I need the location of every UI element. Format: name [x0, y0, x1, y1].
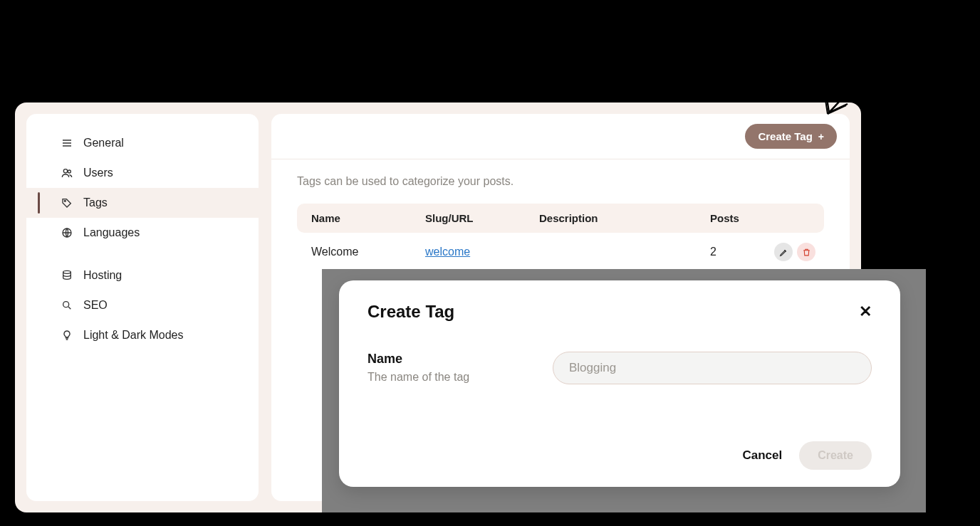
sidebar-item-users[interactable]: Users — [26, 158, 259, 188]
plus-icon: + — [818, 132, 824, 142]
create-tag-button[interactable]: Create Tag + — [745, 124, 837, 149]
tag-table: Name Slug/URL Description Posts Welcome … — [297, 204, 824, 271]
col-name: Name — [311, 212, 425, 224]
close-icon: ✕ — [859, 303, 872, 320]
sidebar-item-label: SEO — [83, 299, 108, 312]
create-tag-label: Create Tag — [758, 130, 812, 142]
col-slug: Slug/URL — [425, 212, 539, 224]
row-actions — [774, 243, 815, 261]
sidebar-item-languages[interactable]: Languages — [26, 218, 259, 248]
sidebar-divider — [26, 248, 259, 261]
panel-body: Tags can be used to categorize your post… — [271, 159, 850, 287]
sidebar-item-light-dark[interactable]: Light & Dark Modes — [26, 320, 259, 350]
modal-title: Create Tag — [368, 302, 454, 322]
close-button[interactable]: ✕ — [859, 303, 872, 321]
users-icon — [61, 167, 73, 179]
form-label-col: Name The name of the tag — [368, 352, 524, 384]
helper-text: Tags can be used to categorize your post… — [297, 175, 824, 188]
modal-header: Create Tag ✕ — [368, 302, 872, 322]
sidebar-item-label: Users — [83, 167, 113, 179]
tag-icon — [61, 196, 73, 209]
svg-point-7 — [63, 270, 71, 273]
tag-name-input[interactable] — [553, 352, 872, 384]
cell-posts: 2 — [710, 246, 774, 258]
pencil-icon — [779, 248, 788, 257]
search-icon — [61, 299, 73, 312]
sidebar-item-tags[interactable]: Tags — [26, 188, 259, 218]
sidebar-item-label: General — [83, 137, 124, 149]
sidebar-item-seo[interactable]: SEO — [26, 290, 259, 320]
modal-backdrop: Create Tag ✕ Name The name of the tag Ca… — [322, 269, 926, 512]
col-description: Description — [539, 212, 710, 224]
svg-line-9 — [68, 307, 71, 309]
create-button[interactable]: Create — [799, 441, 872, 470]
form-row-name: Name The name of the tag — [368, 352, 872, 384]
sidebar: General Users Tags Languages Hosting — [26, 114, 259, 501]
sidebar-item-label: Hosting — [83, 269, 122, 282]
sidebar-item-label: Tags — [83, 196, 108, 209]
modal-footer: Cancel Create — [368, 441, 872, 470]
svg-point-3 — [63, 169, 67, 173]
edit-button[interactable] — [774, 243, 793, 261]
svg-point-8 — [63, 302, 69, 307]
slug-link[interactable]: welcome — [425, 246, 470, 258]
delete-button[interactable] — [797, 243, 815, 261]
create-tag-modal: Create Tag ✕ Name The name of the tag Ca… — [339, 280, 900, 487]
name-label: Name — [368, 352, 524, 367]
cancel-button[interactable]: Cancel — [742, 448, 782, 463]
globe-icon — [61, 226, 73, 239]
sidebar-item-label: Light & Dark Modes — [83, 329, 184, 342]
trash-icon — [802, 248, 811, 257]
table-header: Name Slug/URL Description Posts — [297, 204, 824, 233]
panel-header: Create Tag + — [271, 114, 850, 159]
svg-point-4 — [68, 170, 71, 173]
name-sublabel: The name of the tag — [368, 371, 524, 384]
sidebar-item-general[interactable]: General — [26, 128, 259, 158]
svg-point-5 — [64, 200, 66, 201]
col-posts: Posts — [710, 212, 774, 224]
sidebar-item-hosting[interactable]: Hosting — [26, 261, 259, 290]
table-row: Welcome welcome 2 — [297, 233, 824, 271]
menu-icon — [61, 137, 73, 149]
cell-name: Welcome — [311, 246, 425, 258]
database-icon — [61, 269, 73, 282]
sidebar-item-label: Languages — [83, 226, 140, 239]
bulb-icon — [61, 329, 73, 342]
